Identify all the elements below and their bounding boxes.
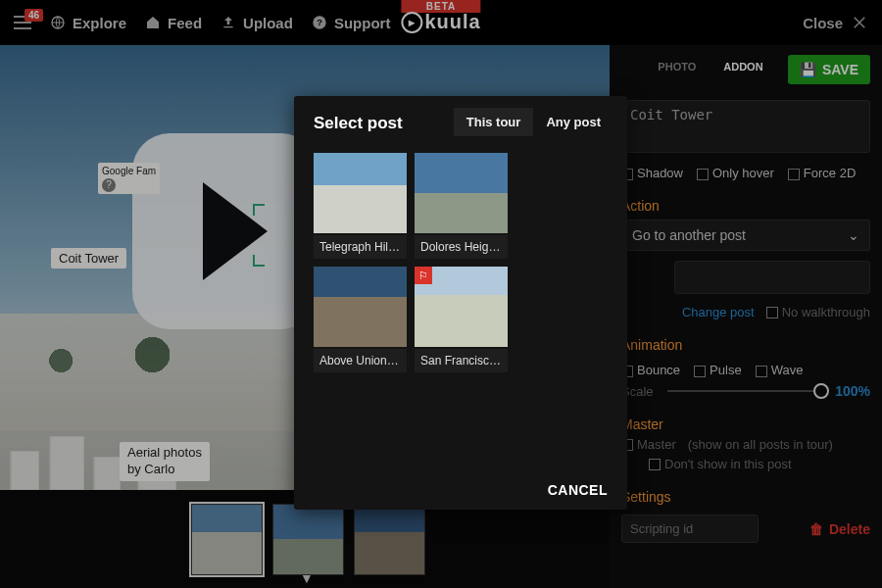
flag-icon: ⚐ [415, 267, 432, 284]
seg-this-tour[interactable]: This tour [454, 108, 534, 136]
post-card[interactable]: Above Union Sq... [314, 267, 407, 372]
cancel-button[interactable]: CANCEL [314, 482, 608, 498]
select-post-modal: Select post This tour Any post Telegraph… [294, 96, 627, 510]
post-card[interactable]: Telegraph Hill & ... [314, 153, 407, 259]
seg-any-post[interactable]: Any post [533, 108, 613, 136]
scope-segment: This tour Any post [454, 108, 613, 136]
post-card[interactable]: Dolores Heights, ... [415, 153, 508, 259]
post-card[interactable]: ⚐ San Francisco a... [415, 267, 508, 372]
